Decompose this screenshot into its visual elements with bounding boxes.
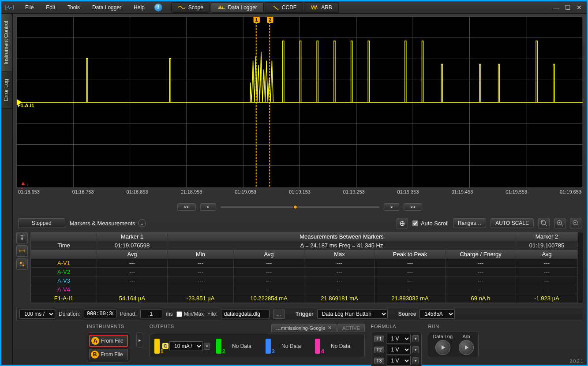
chevron-down-icon[interactable]: ▾ xyxy=(412,335,419,342)
output-3-nodata: No Data xyxy=(273,343,309,349)
zoom-out-button[interactable] xyxy=(570,218,581,228)
formula-f2-key[interactable]: F2 xyxy=(374,347,385,353)
close-icon[interactable]: ✕ xyxy=(328,325,332,331)
minimize-button[interactable]: — xyxy=(552,4,560,11)
tick: 01:19.653 xyxy=(560,189,581,194)
hdr-marker1: Marker 1 xyxy=(97,232,168,241)
duration-input[interactable] xyxy=(84,310,116,318)
tab-datalogger[interactable]: Data Logger xyxy=(211,2,264,13)
nav-thumb[interactable] xyxy=(293,205,297,209)
output-2[interactable]: 2 No Data xyxy=(216,339,259,354)
auto-scroll-input[interactable] xyxy=(412,220,418,226)
nav-first-button[interactable]: << xyxy=(177,203,196,211)
run-datalog-label: Data Log xyxy=(433,334,453,339)
period-input[interactable] xyxy=(140,310,162,318)
chevron-down-icon[interactable]: ▾ xyxy=(412,346,419,353)
tab-arb[interactable]: ARB xyxy=(304,2,339,13)
mid-toolbar: Stopped Markers & Measurements ⌄ ⊕ Auto … xyxy=(16,216,583,230)
output-4-bar: 4 xyxy=(315,339,320,354)
sidetab-instrument-control[interactable]: Instrument Control xyxy=(1,14,12,72)
formula-f1-select[interactable]: 1 V / xyxy=(386,334,411,344)
grid-tool-button[interactable] xyxy=(16,258,28,270)
file-input[interactable] xyxy=(221,310,270,318)
svg-marker-48 xyxy=(465,345,468,350)
markers-section-label: Markers & Measurements ⌄ xyxy=(70,219,146,227)
marker2-time: 01:19.100785 xyxy=(516,241,578,250)
table-row: A-V2 --- --- --- --- --- --- --- xyxy=(31,268,583,276)
x-axis-labels: 01:18.653 01:18.753 01:18.853 01:18.953 … xyxy=(16,188,583,194)
nav-prev-button[interactable]: < xyxy=(200,203,216,211)
tick: 01:18.953 xyxy=(180,189,202,194)
svg-rect-45 xyxy=(20,265,22,266)
trigger-left-icon xyxy=(21,182,25,185)
nav-slider[interactable] xyxy=(221,206,379,208)
hdr-empty xyxy=(31,232,97,241)
trace-label: F1-A-I1 xyxy=(18,103,34,108)
minmax-input[interactable] xyxy=(176,311,182,317)
menu-tools[interactable]: Tools xyxy=(62,3,85,12)
svg-line-36 xyxy=(561,224,563,226)
table-row: A-V3 --- --- --- --- --- --- --- xyxy=(31,276,583,285)
autoscale-button[interactable]: AUTO SCALE xyxy=(491,218,534,228)
menu-help[interactable]: Help xyxy=(128,3,150,12)
instrument-b-button[interactable]: B From File xyxy=(89,349,128,360)
source-label: Source xyxy=(398,311,416,317)
output-1-bar: 1 xyxy=(154,339,160,354)
run-datalog-button[interactable] xyxy=(435,340,450,355)
maximize-button[interactable]: ☐ xyxy=(564,4,572,11)
tab-scope[interactable]: Scope xyxy=(171,2,210,13)
output-3[interactable]: 3 No Data xyxy=(266,339,309,354)
expand-instruments-button[interactable]: ▸ xyxy=(136,332,143,347)
zoom-in-button[interactable] xyxy=(554,218,566,228)
tab-ccdf[interactable]: CCDF xyxy=(265,2,303,13)
ranges-button[interactable]: Ranges… xyxy=(453,218,486,228)
col-ce: Charge / Energy xyxy=(446,250,516,259)
document-tab[interactable]: …mmissioning-Google✕ xyxy=(271,324,337,332)
output-1[interactable]: 1 I1 10 mA / ▾ xyxy=(154,339,210,354)
formula-f1-key[interactable]: F1 xyxy=(374,336,385,342)
menu-edit[interactable]: Edit xyxy=(41,3,60,12)
chevron-down-icon[interactable]: ⌄ xyxy=(138,219,146,227)
nav-last-button[interactable]: >> xyxy=(404,203,422,211)
output-2-bar: 2 xyxy=(216,339,221,354)
status-badge: Stopped xyxy=(18,218,65,228)
auto-scroll-checkbox[interactable]: Auto Scroll xyxy=(412,220,449,227)
chevron-down-icon[interactable]: ▾ xyxy=(204,343,210,350)
horiz-tool-button[interactable] xyxy=(16,245,28,257)
run-arb-button[interactable] xyxy=(459,340,474,355)
measurement-table: Marker 1 Measurements Between Markers Ma… xyxy=(30,232,583,303)
output-1-range-select[interactable]: 10 mA / xyxy=(169,341,203,351)
chevron-down-icon[interactable]: ▾ xyxy=(412,357,419,364)
menu-file[interactable]: File xyxy=(20,3,39,12)
burst-icon xyxy=(217,4,225,11)
scope-canvas: 1 2 t xyxy=(17,17,583,188)
col-p2p: Peak to Peak xyxy=(375,250,446,259)
options-bar: 100 ms / Duration: Period: ms Min/Max Fi… xyxy=(16,307,583,321)
zoom-fit-button[interactable] xyxy=(538,218,550,228)
formula-f3-select[interactable]: 1 V / xyxy=(386,356,411,366)
minmax-checkbox[interactable]: Min/Max xyxy=(176,311,204,317)
tab-datalogger-label: Data Logger xyxy=(228,4,257,11)
trigger-select[interactable]: Data Log Run Button xyxy=(317,309,388,319)
table-row: A-V1 --- --- --- --- --- --- --- xyxy=(31,259,583,268)
formula-f2-select[interactable]: 1 V / xyxy=(386,345,411,355)
tick: 01:19.053 xyxy=(235,189,256,194)
cursor-tool-button[interactable] xyxy=(16,232,28,243)
nav-next-button[interactable]: > xyxy=(384,203,400,211)
output-4[interactable]: 4 No Data xyxy=(315,339,358,354)
sidetab-error-log[interactable]: Error Log xyxy=(1,72,12,108)
duration-label: Duration: xyxy=(59,311,80,317)
col-min: Min xyxy=(168,250,234,259)
file-browse-button[interactable]: … xyxy=(273,310,285,319)
info-icon[interactable]: i xyxy=(154,4,162,11)
instrument-a-button[interactable]: A From File xyxy=(89,335,128,347)
add-marker-button[interactable]: ⊕ xyxy=(397,218,408,228)
col-max: Max xyxy=(304,250,375,259)
scope-display[interactable]: 1 2 t xyxy=(16,16,583,188)
time-div-select[interactable]: 100 ms / xyxy=(19,309,55,319)
menu-datalogger[interactable]: Data Logger xyxy=(87,3,127,12)
active-tab[interactable]: ACTIVE xyxy=(337,324,365,332)
formula-f3-key[interactable]: F3 xyxy=(374,358,385,364)
source-select[interactable]: 14585A xyxy=(419,309,455,319)
close-button[interactable]: ✕ xyxy=(575,4,583,11)
